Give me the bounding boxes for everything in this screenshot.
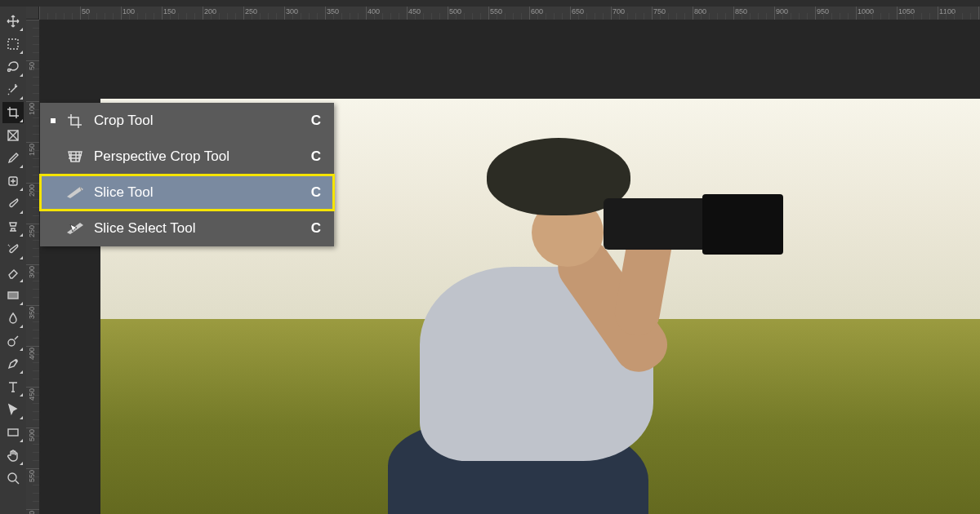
flyout-item-shortcut: C bbox=[311, 184, 321, 201]
flyout-item-slice-select-tool[interactable]: Slice Select ToolC bbox=[40, 210, 334, 246]
tools-panel bbox=[0, 7, 26, 514]
flyout-item-crop-tool[interactable]: Crop ToolC bbox=[40, 103, 334, 139]
slice-icon bbox=[65, 184, 86, 202]
slice-select-icon bbox=[65, 219, 86, 237]
crop-tool[interactable] bbox=[2, 102, 24, 123]
current-tool-indicator bbox=[51, 118, 56, 123]
svg-rect-7 bbox=[8, 429, 18, 436]
flyout-item-label: Perspective Crop Tool bbox=[94, 148, 301, 165]
flyout-item-shortcut: C bbox=[311, 220, 321, 237]
clone-stamp-tool[interactable] bbox=[2, 216, 24, 237]
dodge-tool[interactable] bbox=[2, 330, 24, 352]
flyout-item-label: Slice Select Tool bbox=[94, 220, 301, 237]
brush-tool[interactable] bbox=[2, 193, 24, 215]
zoom-tool[interactable] bbox=[2, 467, 24, 489]
flyout-item-label: Crop Tool bbox=[94, 113, 301, 129]
gradient-tool[interactable] bbox=[2, 285, 24, 306]
document-area bbox=[39, 20, 980, 514]
healing-brush-tool[interactable] bbox=[2, 171, 24, 192]
flyout-item-label: Slice Tool bbox=[94, 184, 301, 201]
svg-rect-0 bbox=[8, 39, 18, 49]
magic-wand-tool[interactable] bbox=[2, 79, 24, 100]
crop-icon bbox=[65, 112, 86, 130]
ruler-origin[interactable] bbox=[26, 7, 39, 20]
perspective-crop-icon bbox=[65, 148, 86, 166]
svg-point-1 bbox=[8, 69, 11, 72]
eyedropper-tool[interactable] bbox=[2, 148, 24, 169]
options-bar bbox=[0, 0, 980, 7]
path-selection-tool[interactable] bbox=[2, 399, 24, 420]
flyout-item-shortcut: C bbox=[311, 113, 321, 129]
marquee-tool[interactable] bbox=[2, 33, 24, 55]
image-subject bbox=[352, 138, 801, 514]
flyout-item-slice-tool[interactable]: Slice ToolC bbox=[40, 175, 334, 210]
blur-tool[interactable] bbox=[2, 308, 24, 329]
svg-rect-4 bbox=[8, 292, 18, 299]
vertical-ruler: 50100150200250300350400450500550600 bbox=[26, 20, 39, 514]
svg-point-8 bbox=[8, 473, 16, 481]
svg-point-5 bbox=[8, 339, 15, 346]
history-brush-tool[interactable] bbox=[2, 239, 24, 260]
crop-tool-flyout[interactable]: Crop ToolCPerspective Crop ToolCSlice To… bbox=[40, 103, 334, 246]
eraser-tool[interactable] bbox=[2, 262, 24, 283]
pen-tool[interactable] bbox=[2, 353, 24, 374]
frame-tool[interactable] bbox=[2, 125, 24, 146]
lasso-tool[interactable] bbox=[2, 56, 24, 78]
hand-tool[interactable] bbox=[2, 445, 24, 466]
ruler-tick-label: 600 bbox=[28, 511, 36, 514]
horizontal-ruler: 5010015020025030035040045050055060065070… bbox=[26, 7, 980, 20]
move-tool[interactable] bbox=[2, 11, 24, 32]
flyout-item-perspective-crop-tool[interactable]: Perspective Crop ToolC bbox=[40, 139, 334, 175]
type-tool[interactable] bbox=[2, 376, 24, 397]
rectangle-tool[interactable] bbox=[2, 422, 24, 443]
flyout-item-shortcut: C bbox=[311, 148, 321, 165]
